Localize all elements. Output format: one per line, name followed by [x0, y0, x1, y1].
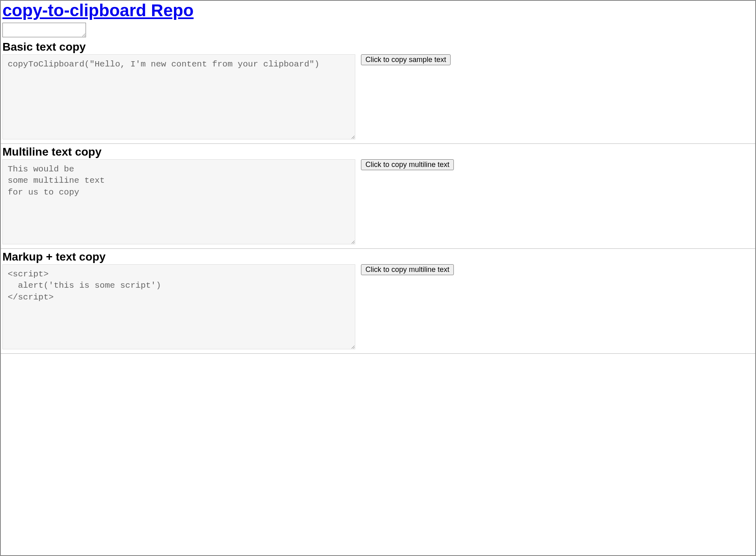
- page-title: copy-to-clipboard Repo: [1, 1, 755, 21]
- copy-button-multiline[interactable]: Click to copy multiline text: [361, 159, 454, 170]
- scratch-textarea[interactable]: [2, 23, 86, 37]
- section-markup: Markup + text copy Click to copy multili…: [1, 249, 755, 354]
- code-area-basic[interactable]: [2, 54, 355, 139]
- section-heading-multiline: Multiline text copy: [1, 144, 755, 159]
- section-basic: Basic text copy Click to copy sample tex…: [1, 39, 755, 144]
- copy-button-basic[interactable]: Click to copy sample text: [361, 54, 451, 65]
- section-heading-markup: Markup + text copy: [1, 249, 755, 264]
- copy-button-markup[interactable]: Click to copy multiline text: [361, 264, 454, 275]
- code-area-multiline[interactable]: [2, 159, 355, 244]
- section-multiline: Multiline text copy Click to copy multil…: [1, 144, 755, 249]
- code-area-markup[interactable]: [2, 264, 355, 349]
- repo-link[interactable]: copy-to-clipboard Repo: [2, 1, 193, 20]
- section-heading-basic: Basic text copy: [1, 39, 755, 54]
